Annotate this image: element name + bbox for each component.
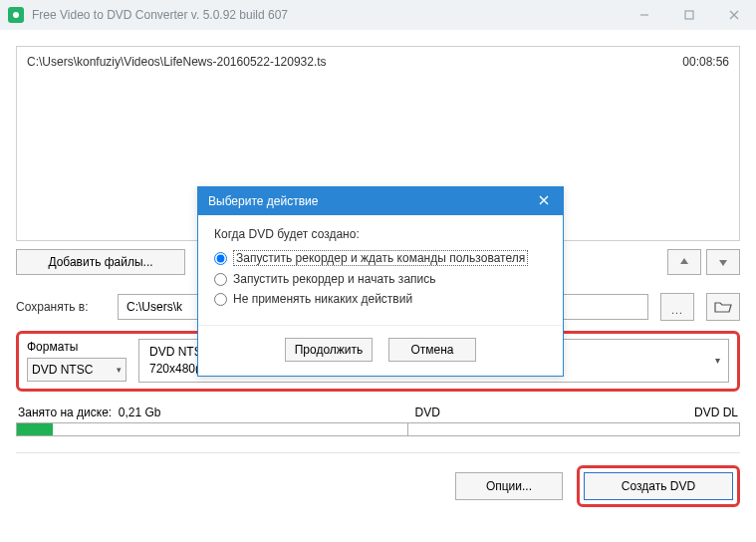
folder-icon <box>714 300 732 314</box>
svg-rect-1 <box>685 11 693 19</box>
dialog-close-button[interactable] <box>535 194 553 208</box>
create-button-highlight: Создать DVD <box>577 465 740 507</box>
save-to-label: Сохранять в: <box>16 300 106 314</box>
action-dialog: Выберите действие Когда DVD будет создан… <box>197 186 564 377</box>
file-list-row[interactable]: C:\Users\konfuziy\Videos\LifeNews-201605… <box>27 53 729 71</box>
disk-usage-bar <box>16 422 740 436</box>
file-path: C:\Users\konfuziy\Videos\LifeNews-201605… <box>27 55 327 69</box>
chevron-down-icon: ▾ <box>117 365 122 375</box>
radio-label-wait: Запустить рекордер и ждать команды польз… <box>233 250 528 266</box>
add-files-button[interactable]: Добавить файлы... <box>16 249 185 275</box>
chevron-down-icon: ▾ <box>715 354 720 368</box>
window-title: Free Video to DVD Converter v. 5.0.92 bu… <box>32 8 622 22</box>
disk-usage-size: 0,21 Gb <box>119 406 161 419</box>
close-icon <box>539 195 549 205</box>
move-down-button[interactable] <box>706 249 740 275</box>
formats-label: Форматы <box>27 340 126 354</box>
radio-input-start[interactable] <box>214 273 227 286</box>
dialog-prompt: Когда DVD будет создано: <box>214 227 547 241</box>
create-dvd-button[interactable]: Создать DVD <box>584 472 733 500</box>
radio-option-none[interactable]: Не применять никаких действий <box>214 289 547 309</box>
disk-usage-fill <box>17 423 53 435</box>
continue-button[interactable]: Продолжить <box>285 338 373 362</box>
radio-label-start: Запустить рекордер и начать запись <box>233 272 436 286</box>
dialog-title: Выберите действие <box>208 194 318 208</box>
app-logo-icon <box>8 7 24 23</box>
format-preset-value: DVD NTSC <box>32 363 93 377</box>
disk-usage-label: Занято на диске: <box>18 406 112 419</box>
minimize-button[interactable] <box>622 0 666 30</box>
disk-end-label: DVD DL <box>694 406 738 419</box>
move-up-button[interactable] <box>667 249 701 275</box>
file-duration: 00:08:56 <box>682 55 729 69</box>
disk-dvd-tick <box>407 422 408 436</box>
format-preset-select[interactable]: DVD NTSC ▾ <box>27 358 126 382</box>
options-button[interactable]: Опции... <box>455 472 563 500</box>
radio-input-none[interactable] <box>214 293 227 306</box>
cancel-button[interactable]: Отмена <box>388 338 476 362</box>
radio-option-start[interactable]: Запустить рекордер и начать запись <box>214 269 547 289</box>
radio-label-none: Не применять никаких действий <box>233 292 412 306</box>
disk-mid-label: DVD <box>415 406 440 419</box>
close-button[interactable] <box>711 0 756 30</box>
divider <box>16 452 740 453</box>
radio-option-wait[interactable]: Запустить рекордер и ждать команды польз… <box>214 247 547 269</box>
titlebar: Free Video to DVD Converter v. 5.0.92 bu… <box>0 0 756 30</box>
open-folder-button[interactable] <box>706 293 740 321</box>
browse-button[interactable]: ... <box>660 293 694 321</box>
radio-input-wait[interactable] <box>214 252 227 265</box>
maximize-button[interactable] <box>666 0 711 30</box>
